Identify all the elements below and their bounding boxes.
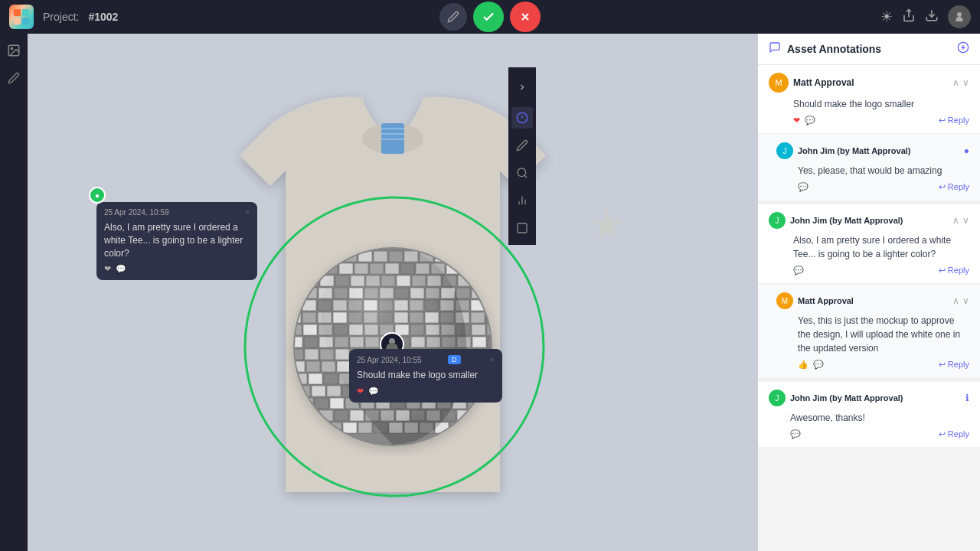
more-icon-3[interactable]: ∨ [962, 215, 969, 226]
svg-rect-90 [302, 312, 316, 323]
panel-settings-icon[interactable] [957, 41, 969, 57]
bubble-icon-5[interactable]: 💬 [790, 429, 801, 439]
annotation-1[interactable]: ● 25 Apr 2024, 10:59 × Also, I am pretty… [89, 187, 106, 204]
more-icon-4[interactable]: ∨ [962, 295, 969, 306]
comment-user-5: John Jim (by Matt Approval) [790, 393, 961, 403]
comment-header-5: J John Jim (by Matt Approval) ℹ [769, 390, 969, 406]
thumbs-icon-4[interactable]: 👍 [798, 360, 808, 370]
tshirt-image [148, 79, 638, 551]
comments-list: M Matt Approval ∧ ∨ Should make the logo… [758, 65, 980, 551]
topbar-right: ☀ [880, 5, 971, 28]
bubble-icon-4[interactable]: 💬 [813, 360, 824, 370]
reply-reaction-1[interactable]: 💬 [116, 264, 126, 274]
tool-info-icon[interactable] [511, 107, 533, 129]
comment-avatar-3: J [769, 212, 786, 229]
annotation-reactions-1: ❤ 💬 [104, 264, 250, 274]
annotation-bubble-header-1: 25 Apr 2024, 10:59 × [104, 208, 250, 217]
tool-edit-icon[interactable] [511, 135, 533, 156]
heart-reaction-2[interactable]: ❤ [357, 386, 364, 396]
user-avatar[interactable] [948, 5, 971, 28]
toolbar-edit-icon[interactable] [3, 67, 24, 89]
comment-user-2: John Jim (by Matt Approval) [798, 146, 959, 155]
comment-text-1: Should make the logo smaller [793, 97, 969, 111]
comment-controls-2: ● [964, 145, 969, 156]
panel-toggle[interactable] [508, 73, 536, 101]
more-icon-1[interactable]: ∨ [962, 77, 969, 88]
comment-block-4: M Matt Approval ∧ ∨ Yes, this is just th… [758, 285, 980, 378]
comment-reactions-5: 💬 [790, 429, 801, 439]
svg-rect-150 [306, 361, 320, 372]
confirm-button[interactable] [473, 2, 504, 32]
svg-rect-166 [324, 373, 338, 384]
bubble-icon-2[interactable]: 💬 [798, 182, 808, 192]
annotation-bubble-1: 25 Apr 2024, 10:59 × Also, I am pretty s… [96, 202, 257, 280]
svg-rect-3 [22, 18, 29, 24]
panel-title: Asset Annotations [787, 43, 951, 55]
bubble-icon-3[interactable]: 💬 [793, 266, 804, 276]
annotation-text-2: Should make the logo smaller [357, 369, 495, 382]
main-content: ● 25 Apr 2024, 10:59 × Also, I am pretty… [0, 34, 980, 551]
annotation-badge-2: D [448, 355, 461, 364]
svg-rect-220 [358, 422, 372, 433]
comment-user-4: Matt Approval [798, 296, 948, 305]
svg-rect-118 [500, 324, 511, 335]
share-icon[interactable] [902, 8, 916, 26]
annotation-2[interactable]: 25 Apr 2024, 10:55 D × Should make the l… [380, 332, 404, 357]
annotation-dot-1[interactable]: ● [89, 187, 106, 204]
annotation-close-2[interactable]: × [490, 356, 495, 364]
svg-rect-73 [500, 288, 511, 298]
right-panel: Asset Annotations M Matt Approval ∧ ∨ [758, 34, 980, 551]
svg-rect-151 [322, 361, 335, 372]
topbar: Project: #1002 ☀ [0, 0, 980, 34]
pencil-button[interactable] [439, 3, 467, 31]
collapse-icon-4[interactable]: ∧ [952, 295, 959, 306]
comment-footer-1: ❤ 💬 ↩ Reply [793, 116, 969, 126]
collapse-icon-3[interactable]: ∧ [952, 215, 959, 226]
comment-reply-5[interactable]: ↩ Reply [939, 429, 969, 439]
svg-rect-194 [330, 398, 344, 409]
bubble-icon-1[interactable]: 💬 [805, 116, 815, 126]
annotation-close-1[interactable]: × [245, 208, 250, 217]
annotation-timestamp-1: 25 Apr 2024, 10:59 [104, 208, 169, 217]
comment-block-1: M Matt Approval ∧ ∨ Should make the logo… [758, 65, 980, 134]
comment-reply-4[interactable]: ↩ Reply [939, 360, 969, 370]
comment-text-4: Yes, this is just the mockup to approve … [798, 314, 969, 355]
sun-icon[interactable]: ☀ [880, 8, 893, 25]
right-tools-panel [508, 67, 536, 245]
svg-rect-131 [472, 337, 486, 347]
comment-controls-3: ∧ ∨ [952, 215, 969, 226]
cancel-button[interactable] [510, 2, 541, 32]
svg-rect-165 [309, 373, 322, 384]
svg-rect-238 [518, 223, 527, 233]
comment-reply-1[interactable]: ↩ Reply [939, 116, 969, 126]
comment-reply-3[interactable]: ↩ Reply [939, 266, 969, 276]
toolbar-image-icon[interactable] [3, 40, 24, 61]
comment-header-1: M Matt Approval ∧ ∨ [769, 73, 969, 93]
comment-header-3: J John Jim (by Matt Approval) ∧ ∨ [769, 212, 969, 229]
comment-header-4: M Matt Approval ∧ ∨ [776, 292, 969, 309]
tool-square-icon[interactable] [511, 217, 533, 239]
heart-icon-1[interactable]: ❤ [793, 116, 800, 126]
info-icon-5[interactable]: ℹ [965, 393, 969, 403]
info-icon-2[interactable]: ● [964, 145, 969, 156]
svg-rect-101 [471, 312, 485, 323]
collapse-icon-1[interactable]: ∧ [952, 77, 959, 88]
project-label: Project: [43, 11, 79, 23]
comment-avatar-4: M [776, 292, 793, 309]
comment-text-5: Awesome, thanks! [790, 411, 969, 425]
canvas-area[interactable]: ● 25 Apr 2024, 10:59 × Also, I am pretty… [28, 34, 758, 551]
panel-comment-icon [769, 41, 781, 57]
annotation-bubble-header-2: 25 Apr 2024, 10:55 D × [357, 355, 495, 364]
reply-reaction-2[interactable]: 💬 [368, 386, 379, 396]
heart-reaction-1[interactable]: ❤ [104, 264, 111, 274]
comment-avatar-1: M [769, 73, 789, 93]
tool-search-icon[interactable] [511, 162, 533, 184]
comment-reply-2[interactable]: ↩ Reply [939, 182, 969, 192]
download-icon[interactable] [925, 8, 939, 26]
left-toolbar [0, 34, 28, 551]
comment-avatar-2: J [776, 142, 793, 159]
comment-reactions-3: 💬 [793, 266, 804, 276]
svg-rect-103 [500, 312, 511, 323]
tool-chart-icon[interactable] [511, 190, 533, 211]
app-logo[interactable] [9, 5, 34, 29]
